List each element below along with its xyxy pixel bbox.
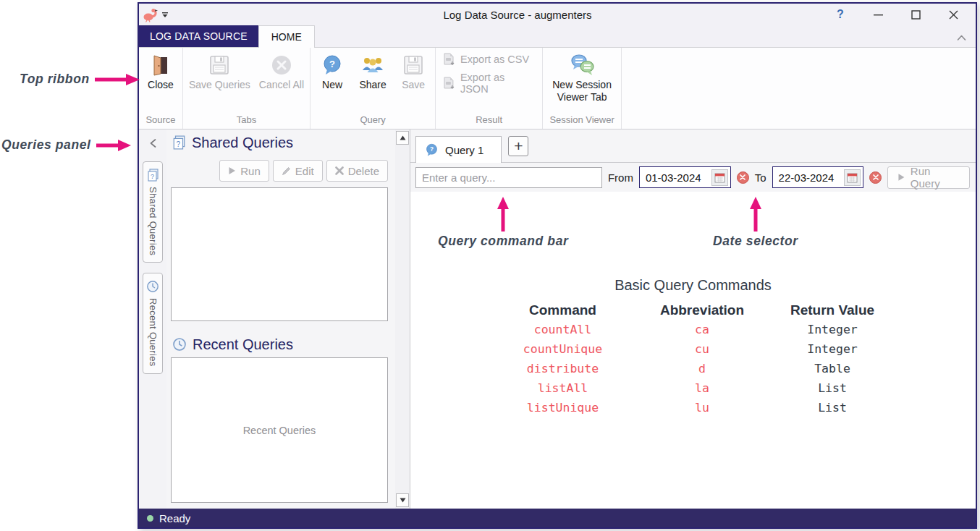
floppy-disk-icon <box>402 53 424 77</box>
ribbon-group-tabs: Save Queries Cancel All Tabs <box>183 48 311 129</box>
new-query-button[interactable]: ? New <box>313 50 351 91</box>
new-session-viewer-label: New Session Viewer Tab <box>549 79 615 103</box>
table-cell: countAll <box>481 320 644 339</box>
annotation-top-ribbon-label: Top ribbon <box>20 72 90 87</box>
minimize-button[interactable] <box>869 7 887 22</box>
status-bar: Ready <box>139 509 976 527</box>
close-source-label: Close <box>148 79 174 91</box>
add-query-tab-button[interactable]: + <box>508 136 528 156</box>
table-cell: List <box>760 378 905 398</box>
save-query-button[interactable]: Save <box>394 50 432 91</box>
from-calendar-button[interactable] <box>711 169 728 186</box>
ribbon-tab-row: LOG DATA SOURCE HOME <box>139 25 976 47</box>
from-date-field <box>639 166 731 188</box>
calendar-icon <box>714 172 725 183</box>
close-source-button[interactable]: Close <box>142 50 179 91</box>
delete-button[interactable]: Delete <box>326 160 388 182</box>
clock-icon <box>146 280 159 293</box>
pencil-icon <box>282 166 291 176</box>
arrow-up-icon <box>497 197 510 231</box>
save-queries-button[interactable]: Save Queries <box>186 50 253 91</box>
save-queries-label: Save Queries <box>189 79 250 91</box>
triangle-down-icon <box>400 498 406 503</box>
group-label-result: Result <box>439 114 539 129</box>
status-dot-icon <box>147 515 153 522</box>
clear-x-icon <box>873 174 879 180</box>
sidebar-item-shared-queries[interactable]: ? Shared Queries <box>143 161 163 263</box>
tab-query-1[interactable]: ? Query 1 <box>415 136 502 163</box>
table-cell: listUnique <box>481 398 644 417</box>
panel-scrollbar[interactable] <box>395 129 410 509</box>
query-tabstrip: ? Query 1 + <box>410 129 976 163</box>
clear-to-date-button[interactable] <box>869 171 882 184</box>
export-csv-button[interactable]: Export as CSV <box>443 53 529 66</box>
run-query-button[interactable]: Run Query <box>887 166 970 189</box>
group-label-session-viewer: Session Viewer <box>546 114 618 129</box>
new-query-label: New <box>322 79 342 91</box>
table-cell: lu <box>644 398 760 417</box>
delete-label: Delete <box>348 165 379 177</box>
plus-icon: + <box>514 137 523 155</box>
group-label-tabs: Tabs <box>186 114 307 129</box>
run-query-label: Run Query <box>911 165 960 190</box>
to-label: To <box>755 171 766 184</box>
save-query-label: Save <box>402 79 425 91</box>
new-session-viewer-button[interactable]: New Session Viewer Tab <box>546 50 618 103</box>
ribbon-group-query: ? New <box>311 48 436 129</box>
queries-panel: ? Shared Queries Run Edit <box>166 129 395 509</box>
collapse-ribbon-button[interactable] <box>954 31 968 44</box>
svg-text:?: ? <box>150 173 153 180</box>
csv-file-icon <box>443 53 455 66</box>
x-icon <box>335 166 344 175</box>
shared-queries-toolbar: Run Edit Delete <box>171 160 388 182</box>
maximize-button[interactable] <box>906 7 925 22</box>
help-button[interactable]: ? <box>831 7 850 22</box>
query-tab-label: Query 1 <box>445 144 483 156</box>
share-query-button[interactable]: Share <box>354 50 392 91</box>
cancel-circle-icon <box>271 53 292 77</box>
table-cell: d <box>644 359 760 378</box>
table-cell: countUnique <box>481 339 644 359</box>
window-controls: ? <box>785 7 973 22</box>
maximize-icon <box>911 10 921 20</box>
recent-queries-header: Recent Queries <box>171 331 388 357</box>
collapse-panel-button[interactable] <box>145 135 161 151</box>
to-date-input[interactable] <box>773 171 842 184</box>
export-json-button[interactable]: Export as JSON <box>443 72 535 95</box>
cancel-all-button[interactable]: Cancel All <box>256 50 307 91</box>
quick-menu-caret-icon <box>161 10 169 19</box>
ribbon-group-source: Close Source <box>139 48 183 129</box>
close-window-button[interactable] <box>944 7 963 22</box>
panel-rail: ? Shared Queries Recent Queries <box>139 129 166 509</box>
query-input[interactable] <box>415 167 602 188</box>
to-calendar-button[interactable] <box>844 169 861 186</box>
table-cell: List <box>760 398 905 417</box>
recent-queries-list[interactable]: Recent Queries <box>171 357 388 503</box>
recent-queries-placeholder: Recent Queries <box>243 425 316 436</box>
question-bubble-icon: ? <box>425 143 439 157</box>
edit-button[interactable]: Edit <box>273 160 323 182</box>
arrow-right-icon <box>95 73 140 86</box>
app-menu[interactable] <box>142 7 250 22</box>
share-query-label: Share <box>359 79 386 91</box>
scroll-track[interactable] <box>395 145 410 493</box>
shared-queries-list[interactable] <box>171 187 388 321</box>
status-text: Ready <box>159 512 190 524</box>
from-date-input[interactable] <box>640 171 709 184</box>
scroll-up-button[interactable] <box>396 131 409 145</box>
ribbon-group-session-viewer: New Session Viewer Tab Session Viewer <box>543 48 622 129</box>
tab-log-data-source[interactable]: LOG DATA SOURCE <box>139 25 258 47</box>
table-cell: Table <box>760 359 905 378</box>
shared-queries-doc-icon: ? <box>172 135 186 150</box>
svg-text:?: ? <box>177 140 181 148</box>
run-button[interactable]: Run <box>219 160 269 182</box>
arrow-right-icon <box>96 139 131 152</box>
tab-home[interactable]: HOME <box>258 25 315 48</box>
group-label-query: Query <box>313 114 432 129</box>
sidebar-item-recent-queries[interactable]: Recent Queries <box>143 273 163 374</box>
col-header-abbreviation: Abbreviation <box>644 300 760 320</box>
col-header-return-value: Return Value <box>760 300 905 320</box>
clear-from-date-button[interactable] <box>737 171 749 184</box>
table-cell: listAll <box>481 378 644 398</box>
scroll-down-button[interactable] <box>396 493 409 507</box>
